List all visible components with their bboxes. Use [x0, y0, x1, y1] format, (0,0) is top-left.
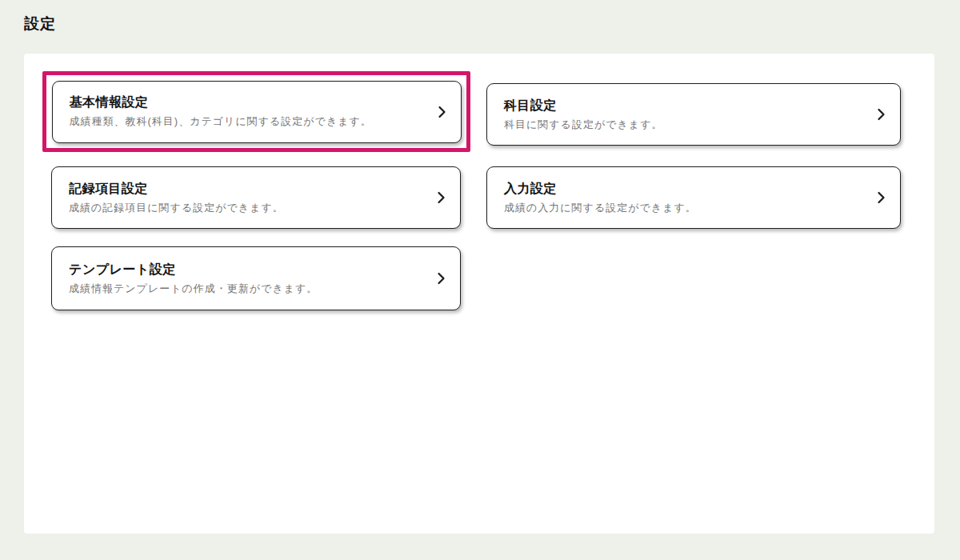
card-text: 記録項目設定 成績の記録項目に関する設定ができます。: [69, 181, 427, 215]
card-description: 成績情報テンプレートの作成・更新ができます。: [69, 282, 427, 296]
chevron-right-icon: [877, 108, 886, 121]
card-text: テンプレート設定 成績情報テンプレートの作成・更新ができます。: [69, 262, 427, 296]
settings-card-template[interactable]: テンプレート設定 成績情報テンプレートの作成・更新ができます。: [51, 246, 461, 310]
highlight-annotation-box: 基本情報設定 成績種類、教科(科目)、カテゴリに関する設定ができます。: [42, 71, 470, 152]
chevron-right-icon: [437, 191, 446, 204]
card-description: 成績の入力に関する設定ができます。: [504, 201, 867, 215]
settings-card-record-items[interactable]: 記録項目設定 成績の記録項目に関する設定ができます。: [51, 166, 461, 229]
card-title: 入力設定: [504, 181, 867, 198]
card-description: 成績種類、教科(科目)、カテゴリに関する設定ができます。: [70, 114, 428, 129]
settings-card-basic-info[interactable]: 基本情報設定 成績種類、教科(科目)、カテゴリに関する設定ができます。: [52, 81, 462, 143]
card-title: 科目設定: [504, 98, 867, 114]
settings-card-input[interactable]: 入力設定 成績の入力に関する設定ができます。: [486, 166, 901, 229]
chevron-right-icon: [437, 272, 446, 285]
card-description: 成績の記録項目に関する設定ができます。: [69, 201, 427, 215]
page-title: 設定: [24, 14, 56, 34]
card-text: 科目設定 科目に関する設定ができます。: [504, 98, 867, 132]
card-title: 基本情報設定: [70, 94, 428, 111]
settings-panel: 基本情報設定 成績種類、教科(科目)、カテゴリに関する設定ができます。 科目設定…: [24, 54, 934, 534]
card-title: 記録項目設定: [69, 181, 427, 198]
card-description: 科目に関する設定ができます。: [504, 118, 867, 132]
card-text: 入力設定 成績の入力に関する設定ができます。: [504, 181, 867, 215]
card-title: テンプレート設定: [69, 262, 427, 278]
card-text: 基本情報設定 成績種類、教科(科目)、カテゴリに関する設定ができます。: [70, 94, 428, 129]
chevron-right-icon: [438, 106, 446, 118]
settings-card-subject[interactable]: 科目設定 科目に関する設定ができます。: [486, 83, 901, 146]
chevron-right-icon: [877, 191, 886, 204]
